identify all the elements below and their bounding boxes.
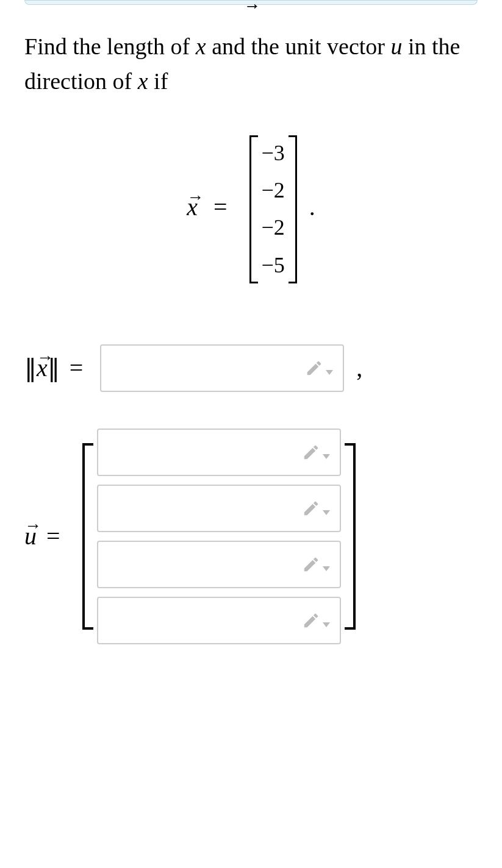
bracket-left xyxy=(249,135,258,283)
vector-definition: →x = −3 −2 −2 −5 . xyxy=(24,135,478,283)
norm-input[interactable] xyxy=(100,344,344,392)
chevron-down-icon xyxy=(323,454,330,459)
matrix-cell-0: −3 xyxy=(262,140,285,166)
chevron-down-icon xyxy=(326,370,333,375)
var-x-2: →x xyxy=(138,68,148,94)
comma: , xyxy=(356,354,362,382)
matrix-cell-3: −5 xyxy=(262,252,285,279)
matrix-cell-1: −2 xyxy=(262,177,285,204)
norm-equals: = xyxy=(70,354,84,382)
period: . xyxy=(309,193,315,221)
norm-var: →x xyxy=(37,354,48,382)
u-equals: = xyxy=(46,522,60,550)
u-input-3[interactable] xyxy=(97,597,341,644)
norm-open: ‖ xyxy=(24,354,37,382)
matrix-cell-2: −2 xyxy=(262,215,285,241)
pencil-icon xyxy=(302,499,330,518)
chevron-down-icon xyxy=(323,622,330,627)
pencil-icon xyxy=(302,555,330,574)
u-input-1[interactable] xyxy=(97,485,341,532)
u-input-2[interactable] xyxy=(97,541,341,588)
problem-content: Find the length of →x and the unit vecto… xyxy=(0,5,502,669)
prompt-text-2: and the unit vector xyxy=(206,34,391,59)
chevron-down-icon xyxy=(323,510,330,515)
chevron-down-icon xyxy=(323,566,330,571)
pencil-icon xyxy=(302,611,330,630)
u-var: →u xyxy=(24,522,37,550)
var-u: →u xyxy=(391,34,403,59)
big-bracket-right xyxy=(345,443,356,630)
problem-prompt: Find the length of →x and the unit vecto… xyxy=(24,29,478,99)
eq-lhs-var: →x xyxy=(187,193,198,221)
prompt-text-4: if xyxy=(148,68,168,94)
norm-answer-row: ‖→x‖ = , xyxy=(24,344,478,392)
big-bracket-left xyxy=(82,443,93,630)
var-x: →x xyxy=(196,34,206,59)
unit-vector-answer-row: →u = xyxy=(24,429,478,644)
pencil-icon xyxy=(305,359,333,377)
pencil-icon xyxy=(302,443,330,461)
prompt-text-1: Find the length of xyxy=(24,34,196,59)
vector-x-matrix: −3 −2 −2 −5 xyxy=(249,135,297,283)
u-input-0[interactable] xyxy=(97,429,341,476)
equals-sign: = xyxy=(213,193,228,221)
bracket-right xyxy=(289,135,297,283)
unit-vector-matrix xyxy=(82,429,356,644)
